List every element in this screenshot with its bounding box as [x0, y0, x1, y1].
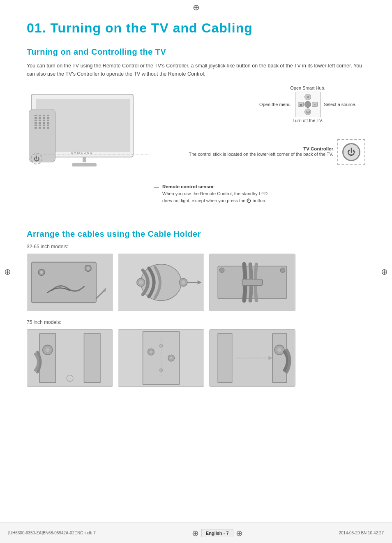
footer-page-number: 7 [226, 531, 228, 536]
reg-mark-top: ⊕ [193, 3, 200, 12]
page-number-box: English - 7 [201, 529, 233, 537]
section1-body: You can turn on the TV using the Remote … [27, 62, 364, 78]
cable-img-32-65-3 [209, 254, 295, 311]
power-symbol: ⏻ [347, 148, 355, 157]
reg-mark-right: ⊕ [381, 268, 388, 276]
footer-right-text: 2014-05-29 BN 10:42:27 [339, 531, 384, 535]
svg-rect-23 [39, 334, 55, 382]
select-source-label: Select a source. [324, 102, 356, 107]
tv-controller-icon-box: ⏻ [337, 139, 365, 165]
controller-box-area: Open Smart Hub. Open the menu. ⊙ ▦ [250, 85, 365, 123]
controller-row: Open the menu. ⊙ ▦ ↩ [250, 92, 365, 117]
remote-dot-grid [35, 115, 50, 129]
remote-sensor-title: Remote control sensor [162, 184, 277, 189]
page-outer: ⊕ ⊕ ⊕ 01. Turning on the TV and Cabling … [0, 0, 392, 543]
controller-widget: ⊙ ▦ ↩ ⏻ [295, 92, 321, 117]
svg-point-21 [280, 268, 285, 273]
model-75-label: 75 inch models: [27, 319, 365, 325]
diagram-area: SAMSUNG [27, 85, 365, 217]
svg-rect-24 [84, 334, 100, 382]
tv-controller-title: TV Controller [189, 146, 333, 151]
source-btn: ↩ [312, 102, 318, 107]
svg-point-4 [40, 270, 43, 274]
reg-mark-left: ⊕ [4, 268, 11, 276]
cable-img-32-65-1 [27, 254, 113, 311]
controller-bottom-btn: ⏻ [304, 109, 311, 115]
open-menu-label: Open the menu. [259, 102, 292, 107]
footer-page-label: English - [206, 531, 225, 536]
svg-rect-38 [218, 334, 232, 382]
remote-sensor-desc: When you use the Remote Control, the sta… [162, 190, 277, 204]
model-32-65-label: 32-65 inch models: [27, 244, 365, 250]
tv-brand: SAMSUNG [71, 151, 93, 155]
footer-crosshair-right: ⊕ [236, 528, 243, 538]
tv-stand-base [72, 163, 97, 166]
connector-line [35, 155, 150, 155]
cable-img-75-3 [209, 329, 295, 387]
controller-mid-row: ▦ ↩ [298, 101, 318, 108]
svg-point-33 [170, 357, 173, 359]
open-smart-hub-label: Open Smart Hub. [250, 85, 365, 90]
page-content: 01. Turning on the TV and Cabling Turnin… [0, 0, 392, 428]
power-icon-remote: ⏻ [34, 155, 39, 162]
svg-point-12 [139, 280, 143, 284]
cable-img-32-65-2 [118, 254, 204, 311]
svg-rect-39 [272, 334, 287, 382]
footer-left-text: [UH6300-6350-ZA]BN68-05942A-02ENG.indb 7 [8, 531, 96, 535]
page-footer: [UH6300-6350-ZA]BN68-05942A-02ENG.indb 7… [0, 522, 392, 543]
svg-point-6 [86, 267, 90, 270]
annotations-area: Open Smart Hub. Open the menu. ⊙ ▦ [142, 85, 365, 217]
cable-img-75-2 [118, 329, 204, 387]
footer-center: ⊕ English - 7 ⊕ [192, 528, 243, 538]
svg-rect-19 [242, 279, 262, 286]
svg-point-14 [181, 280, 185, 284]
cable-img-75-1 [27, 329, 113, 387]
svg-point-41 [277, 348, 281, 352]
section1-title: Turning on and Controlling the TV [27, 47, 365, 57]
tv-controller-desc: The control stick is located on the lowe… [189, 151, 333, 157]
power-btn-circle: ⏻ [342, 143, 360, 161]
footer-crosshair: ⊕ [192, 528, 199, 538]
images-row-75 [27, 329, 365, 387]
tv-stand-neck [83, 157, 86, 162]
center-btn [304, 101, 311, 108]
remote-sensor-section: — Remote control sensor When you use the… [154, 184, 277, 204]
controller-top-btn: ⊙ [304, 94, 311, 100]
svg-point-31 [150, 351, 152, 353]
svg-point-26 [46, 348, 50, 352]
tv-controller-section: TV Controller The control stick is locat… [189, 139, 365, 165]
section2-title: Arrange the cables using the Cable Holde… [27, 229, 365, 239]
menu-btn: ▦ [298, 102, 304, 107]
svg-point-20 [219, 268, 224, 273]
cable-section: Arrange the cables using the Cable Holde… [27, 229, 365, 387]
main-title: 01. Turning on the TV and Cabling [27, 21, 365, 36]
tv-controller-text: TV Controller The control stick is locat… [189, 146, 333, 157]
turn-off-label: Turn off the TV. [250, 118, 365, 123]
images-row-32-65 [27, 254, 365, 311]
